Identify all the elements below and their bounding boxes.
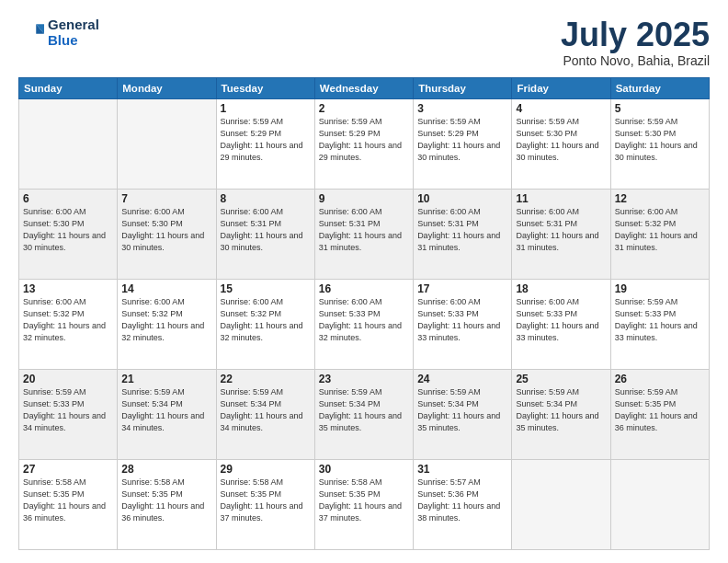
calendar-week-row: 20Sunrise: 5:59 AMSunset: 5:33 PMDayligh…	[19, 369, 710, 459]
day-number: 6	[23, 192, 113, 205]
day-number: 4	[516, 102, 606, 115]
day-number: 16	[319, 282, 409, 295]
cell-info: Sunrise: 5:59 AMSunset: 5:34 PMDaylight:…	[417, 386, 507, 434]
table-row: 24Sunrise: 5:59 AMSunset: 5:34 PMDayligh…	[414, 369, 512, 459]
col-saturday: Saturday	[610, 77, 709, 98]
cell-info: Sunrise: 6:00 AMSunset: 5:32 PMDaylight:…	[221, 296, 311, 344]
cell-info: Sunrise: 5:59 AMSunset: 5:29 PMDaylight:…	[319, 116, 409, 164]
table-row: 27Sunrise: 5:58 AMSunset: 5:35 PMDayligh…	[19, 459, 118, 549]
day-number: 12	[615, 192, 705, 205]
day-number: 14	[121, 282, 211, 295]
calendar-header-row: Sunday Monday Tuesday Wednesday Thursday…	[19, 77, 710, 98]
cell-info: Sunrise: 6:00 AMSunset: 5:31 PMDaylight:…	[319, 206, 409, 254]
day-number: 31	[417, 463, 507, 476]
table-row: 30Sunrise: 5:58 AMSunset: 5:35 PMDayligh…	[314, 459, 413, 549]
table-row: 25Sunrise: 5:59 AMSunset: 5:34 PMDayligh…	[512, 369, 610, 459]
calendar-week-row: 13Sunrise: 6:00 AMSunset: 5:32 PMDayligh…	[19, 279, 710, 369]
table-row	[512, 459, 610, 549]
col-friday: Friday	[512, 77, 610, 98]
page: General Blue July 2025 Ponto Novo, Bahia…	[0, 0, 728, 563]
cell-info: Sunrise: 6:00 AMSunset: 5:31 PMDaylight:…	[221, 206, 311, 254]
col-tuesday: Tuesday	[216, 77, 314, 98]
logo-text: General Blue	[48, 17, 99, 49]
table-row: 28Sunrise: 5:58 AMSunset: 5:35 PMDayligh…	[118, 459, 216, 549]
table-row: 29Sunrise: 5:58 AMSunset: 5:35 PMDayligh…	[216, 459, 314, 549]
table-row: 18Sunrise: 6:00 AMSunset: 5:33 PMDayligh…	[512, 279, 610, 369]
cell-info: Sunrise: 5:58 AMSunset: 5:35 PMDaylight:…	[319, 477, 409, 524]
table-row: 13Sunrise: 6:00 AMSunset: 5:32 PMDayligh…	[19, 279, 118, 369]
cell-info: Sunrise: 5:59 AMSunset: 5:34 PMDaylight:…	[319, 386, 409, 434]
table-row: 26Sunrise: 5:59 AMSunset: 5:35 PMDayligh…	[610, 369, 709, 459]
cell-info: Sunrise: 5:59 AMSunset: 5:34 PMDaylight:…	[221, 386, 311, 434]
table-row	[118, 98, 216, 189]
table-row: 17Sunrise: 6:00 AMSunset: 5:33 PMDayligh…	[414, 279, 512, 369]
cell-info: Sunrise: 6:00 AMSunset: 5:33 PMDaylight:…	[417, 296, 507, 344]
col-sunday: Sunday	[19, 77, 118, 98]
table-row: 9Sunrise: 6:00 AMSunset: 5:31 PMDaylight…	[314, 189, 413, 279]
title-block: July 2025 Ponto Novo, Bahia, Brazil	[561, 17, 710, 68]
day-number: 5	[615, 102, 705, 115]
calendar-table: Sunday Monday Tuesday Wednesday Thursday…	[18, 77, 710, 550]
day-number: 26	[615, 373, 705, 385]
location-subtitle: Ponto Novo, Bahia, Brazil	[561, 53, 710, 68]
cell-info: Sunrise: 5:58 AMSunset: 5:35 PMDaylight:…	[23, 477, 113, 524]
day-number: 20	[23, 373, 113, 385]
day-number: 22	[221, 373, 311, 385]
day-number: 19	[615, 282, 705, 295]
table-row: 1Sunrise: 5:59 AMSunset: 5:29 PMDaylight…	[216, 98, 314, 189]
day-number: 8	[221, 192, 311, 205]
table-row: 2Sunrise: 5:59 AMSunset: 5:29 PMDaylight…	[314, 98, 413, 189]
logo-icon	[18, 19, 44, 45]
table-row	[610, 459, 709, 549]
cell-info: Sunrise: 6:00 AMSunset: 5:33 PMDaylight:…	[516, 296, 606, 344]
day-number: 10	[417, 192, 507, 205]
cell-info: Sunrise: 6:00 AMSunset: 5:32 PMDaylight:…	[23, 296, 113, 344]
table-row: 19Sunrise: 5:59 AMSunset: 5:33 PMDayligh…	[610, 279, 709, 369]
table-row: 21Sunrise: 5:59 AMSunset: 5:34 PMDayligh…	[118, 369, 216, 459]
table-row: 31Sunrise: 5:57 AMSunset: 5:36 PMDayligh…	[414, 459, 512, 549]
col-monday: Monday	[118, 77, 216, 98]
day-number: 1	[221, 102, 311, 115]
day-number: 17	[417, 282, 507, 295]
logo: General Blue	[18, 17, 99, 49]
cell-info: Sunrise: 5:59 AMSunset: 5:34 PMDaylight:…	[121, 386, 211, 434]
day-number: 7	[121, 192, 211, 205]
col-thursday: Thursday	[414, 77, 512, 98]
calendar-week-row: 1Sunrise: 5:59 AMSunset: 5:29 PMDaylight…	[19, 98, 710, 189]
table-row: 15Sunrise: 6:00 AMSunset: 5:32 PMDayligh…	[216, 279, 314, 369]
day-number: 24	[417, 373, 507, 385]
cell-info: Sunrise: 5:58 AMSunset: 5:35 PMDaylight:…	[121, 477, 211, 524]
day-number: 2	[319, 102, 409, 115]
table-row: 22Sunrise: 5:59 AMSunset: 5:34 PMDayligh…	[216, 369, 314, 459]
cell-info: Sunrise: 6:00 AMSunset: 5:30 PMDaylight:…	[23, 206, 113, 254]
cell-info: Sunrise: 5:59 AMSunset: 5:34 PMDaylight:…	[516, 386, 606, 434]
day-number: 3	[417, 102, 507, 115]
cell-info: Sunrise: 5:57 AMSunset: 5:36 PMDaylight:…	[417, 477, 507, 524]
day-number: 30	[319, 463, 409, 476]
cell-info: Sunrise: 5:59 AMSunset: 5:33 PMDaylight:…	[23, 386, 113, 434]
cell-info: Sunrise: 6:00 AMSunset: 5:32 PMDaylight:…	[121, 296, 211, 344]
cell-info: Sunrise: 5:59 AMSunset: 5:29 PMDaylight:…	[417, 116, 507, 164]
table-row: 10Sunrise: 6:00 AMSunset: 5:31 PMDayligh…	[414, 189, 512, 279]
table-row: 3Sunrise: 5:59 AMSunset: 5:29 PMDaylight…	[414, 98, 512, 189]
day-number: 25	[516, 373, 606, 385]
cell-info: Sunrise: 6:00 AMSunset: 5:31 PMDaylight:…	[417, 206, 507, 254]
table-row: 16Sunrise: 6:00 AMSunset: 5:33 PMDayligh…	[314, 279, 413, 369]
table-row: 20Sunrise: 5:59 AMSunset: 5:33 PMDayligh…	[19, 369, 118, 459]
day-number: 9	[319, 192, 409, 205]
table-row: 11Sunrise: 6:00 AMSunset: 5:31 PMDayligh…	[512, 189, 610, 279]
table-row: 6Sunrise: 6:00 AMSunset: 5:30 PMDaylight…	[19, 189, 118, 279]
cell-info: Sunrise: 6:00 AMSunset: 5:31 PMDaylight:…	[516, 206, 606, 254]
header: General Blue July 2025 Ponto Novo, Bahia…	[18, 17, 710, 68]
table-row: 5Sunrise: 5:59 AMSunset: 5:30 PMDaylight…	[610, 98, 709, 189]
cell-info: Sunrise: 5:59 AMSunset: 5:33 PMDaylight:…	[615, 296, 705, 344]
cell-info: Sunrise: 5:59 AMSunset: 5:35 PMDaylight:…	[615, 386, 705, 434]
day-number: 13	[23, 282, 113, 295]
cell-info: Sunrise: 6:00 AMSunset: 5:33 PMDaylight:…	[319, 296, 409, 344]
month-title: July 2025	[561, 17, 710, 53]
cell-info: Sunrise: 6:00 AMSunset: 5:32 PMDaylight:…	[615, 206, 705, 254]
table-row: 4Sunrise: 5:59 AMSunset: 5:30 PMDaylight…	[512, 98, 610, 189]
table-row: 12Sunrise: 6:00 AMSunset: 5:32 PMDayligh…	[610, 189, 709, 279]
cell-info: Sunrise: 6:00 AMSunset: 5:30 PMDaylight:…	[121, 206, 211, 254]
day-number: 18	[516, 282, 606, 295]
